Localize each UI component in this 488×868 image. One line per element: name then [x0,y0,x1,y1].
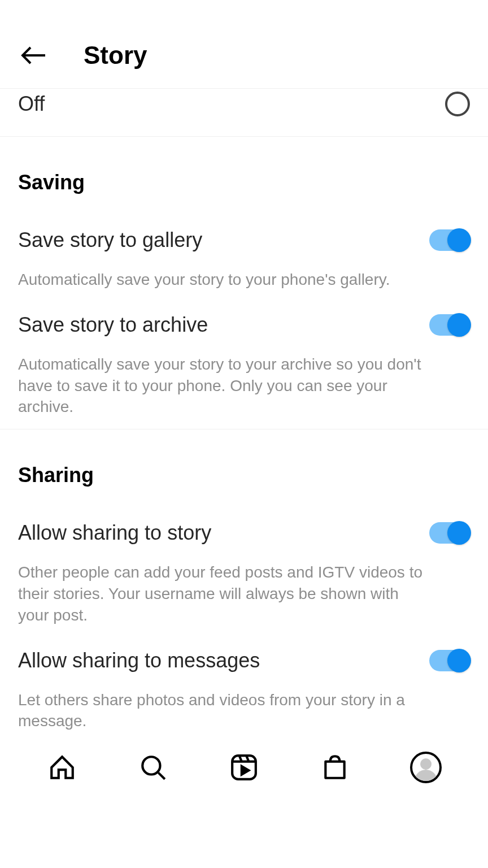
save-gallery-toggle[interactable] [429,229,470,251]
search-icon [139,753,167,782]
allow-story-item: Allow sharing to story Other people can … [0,498,488,626]
save-gallery-item: Save story to gallery Automatically save… [0,206,488,290]
svg-point-1 [142,757,160,774]
allow-story-desc: Other people can add your feed posts and… [18,562,425,626]
save-archive-desc: Automatically save your story to your ar… [18,354,425,418]
reels-icon [230,753,258,782]
nav-home[interactable] [46,752,78,783]
allow-story-label: Allow sharing to story [18,521,211,545]
nav-reels[interactable] [228,752,260,783]
saving-section-title: Saving [0,137,488,206]
radio-icon[interactable] [445,92,470,116]
sharing-section-title: Sharing [0,429,488,498]
saving-section: Saving Save story to gallery Automatical… [0,137,488,429]
off-option-row[interactable]: Off [0,89,488,137]
home-icon [48,753,76,782]
nav-search[interactable] [137,752,169,783]
arrow-left-icon [20,42,47,69]
save-archive-item: Save story to archive Automatically save… [0,290,488,418]
page-header: Story [0,0,488,89]
back-button[interactable] [18,40,50,71]
nav-profile[interactable] [410,752,442,783]
sharing-section: Sharing Allow sharing to story Other peo… [0,429,488,743]
off-label: Off [18,92,45,116]
profile-icon [410,752,442,783]
allow-messages-toggle[interactable] [429,650,470,671]
allow-messages-item: Allow sharing to messages Let others sha… [0,626,488,732]
save-archive-label: Save story to archive [18,313,208,337]
svg-marker-7 [242,766,249,775]
bottom-nav [0,752,488,783]
save-archive-toggle[interactable] [429,314,470,336]
page-title: Story [84,41,147,70]
allow-messages-label: Allow sharing to messages [18,649,260,672]
allow-story-toggle[interactable] [429,522,470,544]
svg-line-2 [159,772,165,779]
save-gallery-label: Save story to gallery [18,228,202,252]
nav-shop[interactable] [319,752,351,783]
allow-messages-desc: Let others share photos and videos from … [18,689,425,732]
shop-icon [321,753,349,782]
save-gallery-desc: Automatically save your story to your ph… [18,269,425,290]
